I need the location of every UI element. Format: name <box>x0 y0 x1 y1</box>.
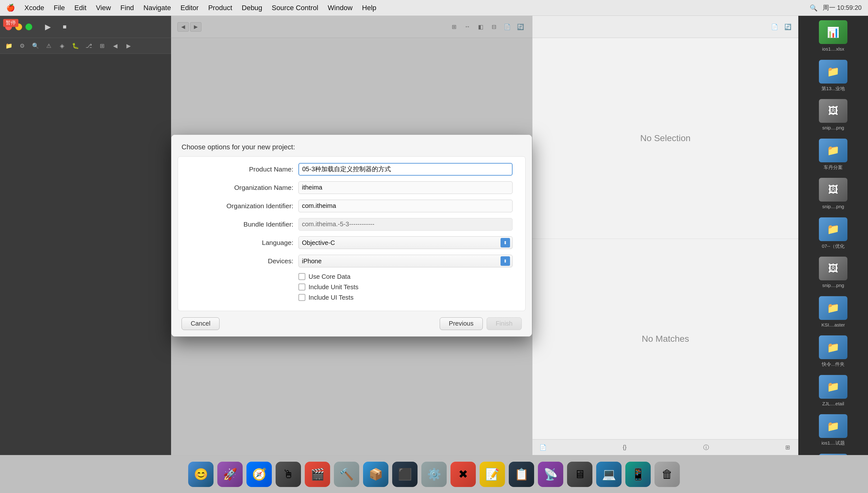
dvd-icon: 🎬 <box>310 468 325 481</box>
menu-view[interactable]: View <box>96 4 111 12</box>
file-label-6: snip....png <box>822 282 844 288</box>
dock-dev-tools[interactable]: 🔨 <box>334 462 359 487</box>
dock-package[interactable]: 📦 <box>363 462 388 487</box>
menu-file[interactable]: File <box>54 4 65 12</box>
stop-button[interactable]: ■ <box>58 21 71 33</box>
use-core-data-checkbox[interactable] <box>298 273 305 280</box>
grid-nav-icon[interactable]: ⊞ <box>96 41 108 51</box>
safari-icon: 🧭 <box>252 468 266 481</box>
far-right-file-0[interactable]: 📊 ios1....xlsx <box>798 16 868 56</box>
apple-menu[interactable]: 🍎 <box>6 4 15 12</box>
menu-product[interactable]: Product <box>208 4 232 12</box>
dock-finder[interactable]: 😊 <box>188 462 214 487</box>
devices-row: Devices: iPhone iPad Universal ⬍ <box>191 255 512 267</box>
add-file-btn[interactable]: 📄 <box>769 22 780 31</box>
include-ui-tests-checkbox[interactable] <box>298 294 305 301</box>
run-button[interactable]: ▶ <box>40 21 56 33</box>
dock-preferences[interactable]: ⚙️ <box>421 462 447 487</box>
use-core-data-row[interactable]: Use Core Data <box>298 273 512 280</box>
dock-notes[interactable]: 📝 <box>480 462 505 487</box>
org-name-input[interactable] <box>298 181 512 194</box>
extra3-icon: 📱 <box>631 468 645 481</box>
devices-label: Devices: <box>191 257 298 265</box>
org-id-label: Organization Identifier: <box>191 202 298 210</box>
include-ui-tests-row[interactable]: Include UI Tests <box>298 294 512 301</box>
extra1-icon: 🖥 <box>574 468 585 481</box>
dock-terminal[interactable]: ⬛ <box>392 462 418 487</box>
product-name-label: Product Name: <box>191 166 298 173</box>
bottom-add-icon[interactable]: 📄 <box>538 443 548 452</box>
far-right-file-5[interactable]: 📁 07--（优化 <box>798 213 868 253</box>
dock-mouse[interactable]: 🖱 <box>276 462 301 487</box>
extra2-icon: 💻 <box>602 468 616 481</box>
bottom-grid-icon[interactable]: ⊞ <box>783 443 793 452</box>
filter-nav-icon[interactable]: ⚙ <box>17 41 28 51</box>
language-select[interactable]: Objective-C Swift <box>298 236 512 249</box>
devices-select[interactable]: iPhone iPad Universal <box>298 255 512 267</box>
menu-editor[interactable]: Editor <box>181 4 199 12</box>
file-label-8: 快令...件夹 <box>822 361 845 367</box>
launchpad-icon: 🚀 <box>223 468 237 481</box>
far-right-file-6[interactable]: 🖼 snip....png <box>798 252 868 292</box>
inspector-refresh[interactable]: 🔄 <box>783 22 793 31</box>
bottom-info-icon[interactable]: ⓘ <box>701 443 711 452</box>
menu-window[interactable]: Window <box>328 4 352 12</box>
file-icon-5: 📁 <box>819 217 847 241</box>
test-nav-icon[interactable]: ◈ <box>56 41 68 51</box>
dock-launchpad[interactable]: 🚀 <box>217 462 243 487</box>
far-right-file-11[interactable]: 📁 桌面 <box>798 449 868 455</box>
menubar: 🍎 Xcode File Edit View Find Navigate Edi… <box>0 0 868 16</box>
bundle-id-input <box>298 218 512 231</box>
far-right-file-2[interactable]: 🖼 snip....png <box>798 94 868 134</box>
menu-help[interactable]: Help <box>362 4 376 12</box>
dock-dvd[interactable]: 🎬 <box>305 462 330 487</box>
far-right-file-4[interactable]: 🖼 snip....png <box>798 173 868 213</box>
dock-safari[interactable]: 🧭 <box>246 462 272 487</box>
search-nav-icon[interactable]: 🔍 <box>30 41 41 51</box>
menu-source-control[interactable]: Source Control <box>272 4 318 12</box>
menu-xcode[interactable]: Xcode <box>24 4 44 12</box>
nav-back[interactable]: ◀ <box>109 41 121 51</box>
dock-extra2[interactable]: 💻 <box>596 462 622 487</box>
search-icon[interactable]: 🔍 <box>810 4 817 12</box>
nav-forward[interactable]: ▶ <box>123 41 134 51</box>
debug-nav-icon[interactable]: 🐛 <box>70 41 81 51</box>
branch-nav-icon[interactable]: ⎇ <box>83 41 95 51</box>
far-right-file-1[interactable]: 📁 第13...业地 <box>798 56 868 95</box>
file-icon-3: 📁 <box>819 138 847 162</box>
no-selection-section: No Selection <box>532 38 798 239</box>
file-icon-10: 📁 <box>819 414 847 438</box>
bottom-bracket-icon[interactable]: {} <box>619 443 630 452</box>
folder-nav-icon[interactable]: 📁 <box>3 41 15 51</box>
dock-notes2[interactable]: 📋 <box>509 462 534 487</box>
far-right-file-3[interactable]: 📁 车丹分案 <box>798 134 868 174</box>
xcode-left-panel: 暂停 ▶ ■ 📁 ⚙ 🔍 ⚠ ◈ 🐛 ⎇ ⊞ ◀ ▶ <box>0 16 171 455</box>
dock-emacs[interactable]: 📡 <box>538 462 563 487</box>
menu-navigate[interactable]: Navigate <box>143 4 171 12</box>
warning-nav-icon[interactable]: ⚠ <box>43 41 55 51</box>
file-icon-6: 🖼 <box>819 257 847 280</box>
finish-button[interactable]: Finish <box>487 317 522 330</box>
dock-trash[interactable]: 🗑 <box>654 462 680 487</box>
previous-button[interactable]: Previous <box>440 317 483 330</box>
far-right-file-10[interactable]: 📁 ios1....试题 <box>798 410 868 449</box>
cancel-button[interactable]: Cancel <box>182 317 220 330</box>
menu-find[interactable]: Find <box>120 4 134 12</box>
dock-extra3[interactable]: 📱 <box>625 462 651 487</box>
far-right-file-8[interactable]: 📁 快令...件夹 <box>798 331 868 370</box>
file-icon-0: 📊 <box>819 20 847 44</box>
include-unit-tests-row[interactable]: Include Unit Tests <box>298 283 512 291</box>
include-unit-tests-checkbox[interactable] <box>298 283 305 291</box>
dialog-title: Choose options for your new project: <box>182 143 295 151</box>
menu-debug[interactable]: Debug <box>242 4 262 12</box>
maximize-button[interactable] <box>25 23 32 30</box>
dock-extra1[interactable]: 🖥 <box>567 462 592 487</box>
menu-edit[interactable]: Edit <box>75 4 86 12</box>
language-label: Language: <box>191 239 298 246</box>
org-id-input[interactable] <box>298 200 512 212</box>
far-right-file-9[interactable]: 📁 ZJL....etail <box>798 370 868 410</box>
product-name-input[interactable] <box>298 163 512 176</box>
dock-xmind[interactable]: ✖ <box>450 462 476 487</box>
far-right-file-7[interactable]: 📁 KSI....aster <box>798 292 868 331</box>
org-name-label: Organization Name: <box>191 184 298 191</box>
